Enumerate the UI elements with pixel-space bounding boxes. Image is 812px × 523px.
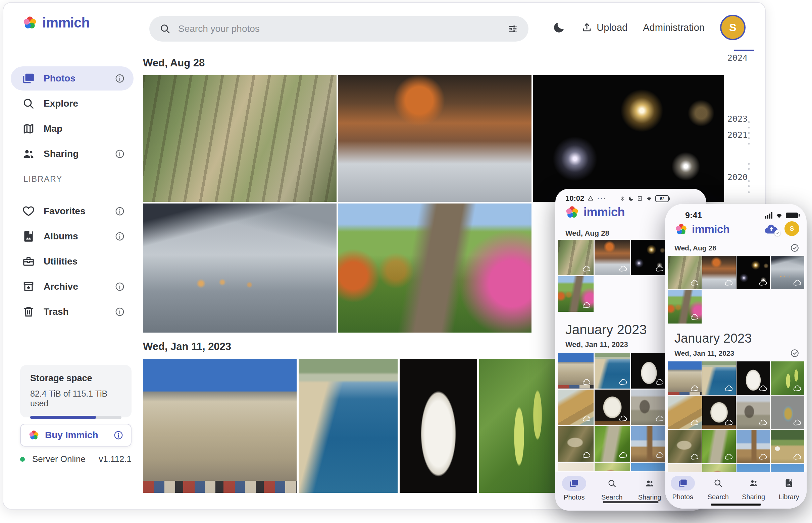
status-more-icon: ··· [597, 194, 606, 203]
photo-coast[interactable] [299, 359, 398, 493]
month-heading: January 2023 [565, 322, 646, 337]
photo-path[interactable] [558, 276, 593, 312]
info-icon[interactable] [115, 206, 125, 216]
info-icon[interactable] [115, 282, 125, 292]
sidebar-item-utilities[interactable]: Utilities [11, 249, 134, 274]
no-sim-icon [637, 196, 643, 201]
home-indicator[interactable] [603, 501, 659, 503]
photo-bust[interactable] [400, 359, 477, 493]
photo-coast[interactable] [594, 353, 630, 389]
data-saver-icon [588, 196, 593, 201]
sidebar-item-map[interactable]: Map [11, 117, 134, 141]
photo-dinner[interactable] [594, 240, 630, 275]
photo-bust[interactable] [631, 353, 667, 389]
photo-berries[interactable] [479, 359, 556, 493]
scrubber-year[interactable]: 2023 [718, 114, 747, 124]
search-icon [706, 476, 730, 490]
photo-dinner[interactable] [338, 75, 532, 202]
photo-hands[interactable] [771, 256, 804, 289]
photo-ruins[interactable] [631, 390, 667, 425]
photo-sky[interactable] [631, 463, 667, 471]
photo-lizard2[interactable] [594, 426, 630, 462]
photo-flowersred[interactable] [702, 464, 736, 472]
photo-berries[interactable] [771, 361, 804, 395]
status-bar: 9:41 [685, 211, 798, 220]
scrubber-indicator[interactable] [734, 50, 754, 51]
photo-lizard1[interactable] [558, 426, 593, 462]
photo-rocksculpt[interactable] [594, 390, 630, 425]
scrubber-year[interactable]: 2024 [718, 53, 747, 63]
photo-trophy[interactable] [771, 396, 804, 429]
tab-library[interactable]: Library [772, 476, 807, 509]
photo-bust[interactable] [737, 361, 770, 395]
sidebar-item-trash[interactable]: Trash [11, 300, 134, 324]
photo-lizard1[interactable] [668, 430, 702, 463]
photos-icon [562, 476, 586, 491]
photo-fireworks[interactable] [533, 75, 724, 202]
select-all-check-icon[interactable] [790, 244, 799, 252]
sidebar-item-favorites[interactable]: Favorites [11, 199, 134, 223]
photo-path[interactable] [668, 290, 702, 324]
photo-path[interactable] [338, 203, 532, 332]
photo-hands[interactable] [143, 203, 336, 332]
photo-church[interactable] [737, 430, 770, 463]
upload-icon [581, 22, 592, 33]
cloud-icon [759, 418, 768, 427]
upload-button[interactable]: Upload [581, 22, 627, 33]
photo-fireworks[interactable] [737, 256, 770, 289]
sidebar-item-photos[interactable]: Photos [11, 66, 134, 91]
photo-ruins[interactable] [737, 396, 770, 429]
backup-sync-button[interactable] [764, 222, 779, 235]
photo-monkeys[interactable] [558, 240, 593, 275]
photo-lizard2[interactable] [702, 430, 736, 463]
sidebar-item-archive[interactable]: Archive [11, 274, 134, 299]
photo-cliff[interactable] [668, 396, 702, 429]
photo-dinner[interactable] [702, 256, 736, 289]
photo-fortress[interactable] [143, 359, 297, 493]
tab-sharing[interactable]: Sharing [631, 476, 669, 510]
dark-mode-toggle[interactable] [552, 21, 566, 34]
photo-coast[interactable] [702, 361, 736, 395]
search-filter-icon[interactable] [507, 23, 518, 35]
photo-monkeys[interactable] [668, 256, 702, 289]
photo-flowersred[interactable] [594, 463, 630, 471]
storage-usage-text: 82.4 TiB of 115.1 TiB used [30, 389, 121, 408]
photo-fortress[interactable] [668, 361, 702, 395]
photo-sky[interactable] [737, 464, 770, 472]
cloud-icon [655, 378, 664, 386]
photo-rocksculpt[interactable] [702, 396, 736, 429]
info-icon[interactable] [115, 307, 125, 317]
photo-monkeys[interactable] [143, 75, 336, 202]
photo-church[interactable] [631, 426, 667, 462]
search-input[interactable]: Search your photos [149, 16, 529, 41]
sidebar-item-sharing[interactable]: Sharing [11, 142, 134, 166]
status-time: 10:02 [565, 194, 584, 203]
tab-photos[interactable]: Photos [555, 476, 593, 510]
info-icon[interactable] [115, 149, 125, 159]
info-icon[interactable] [115, 73, 125, 84]
cloud-icon [655, 264, 664, 273]
info-icon[interactable] [114, 430, 123, 440]
sidebar-item-explore[interactable]: Explore [11, 92, 134, 116]
photo-fireworks[interactable] [631, 240, 667, 275]
cloud-icon [793, 418, 802, 427]
immich-logo[interactable]: immich [22, 15, 90, 31]
photo-pale[interactable] [558, 463, 593, 471]
sidebar-item-albums[interactable]: Albums [11, 224, 134, 249]
scrubber-year[interactable]: 2021 [718, 130, 747, 140]
cloud-icon [759, 384, 768, 393]
info-icon[interactable] [115, 231, 125, 241]
user-avatar[interactable]: S [784, 221, 799, 236]
home-indicator[interactable] [711, 504, 761, 506]
buy-immich-button[interactable]: Buy Immich [20, 424, 132, 447]
photo-fortress[interactable] [558, 353, 593, 389]
photo-pale[interactable] [668, 464, 702, 472]
photo-cliff[interactable] [558, 390, 593, 425]
photo-sky[interactable] [771, 464, 804, 472]
tab-search[interactable]: Search [593, 476, 631, 510]
scrubber-year[interactable]: 2020 [718, 172, 747, 182]
logo-text: immich [42, 15, 90, 31]
administration-link[interactable]: Administration [643, 22, 705, 33]
photo-farm[interactable] [771, 430, 804, 463]
select-all-check-icon[interactable] [790, 349, 799, 358]
